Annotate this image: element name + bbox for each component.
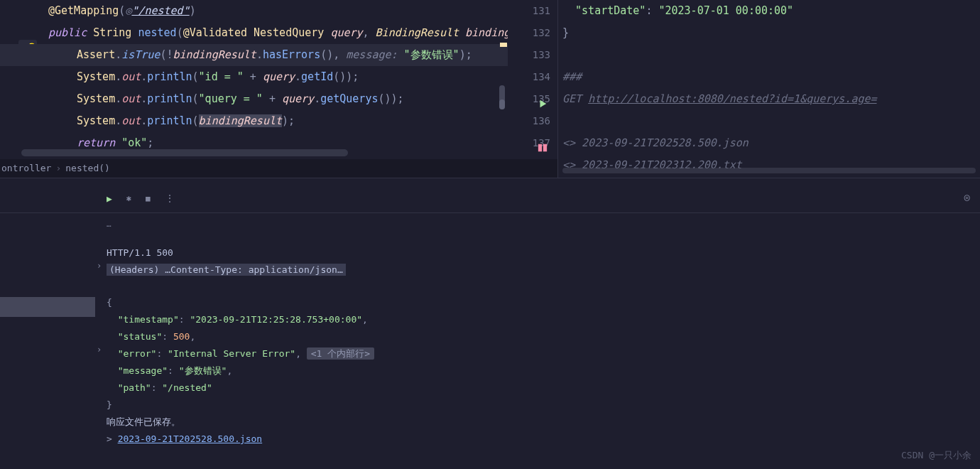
run-toolbar: ▶ ✱ ■ ⋮ bbox=[107, 193, 175, 204]
breadcrumb-item[interactable]: ontroller bbox=[1, 163, 51, 173]
line-number: 133 bbox=[508, 44, 550, 66]
code-area[interactable]: @GetMapping(◎"/nested") public String ne… bbox=[0, 0, 508, 159]
code-line: public String nested(@Validated NestedQu… bbox=[0, 22, 508, 44]
run-panel-header: ▶ ✱ ■ ⋮ ◎ bbox=[0, 178, 980, 213]
http-editor[interactable]: "startDate": "2023-07-01 00:00:00" } ###… bbox=[557, 0, 980, 178]
services-panel: … HTTP/1.1 500 › (Headers) …Content-Type… bbox=[0, 213, 980, 469]
run-icon[interactable]: ▶ bbox=[107, 193, 112, 204]
http-line: } bbox=[558, 22, 980, 44]
debug-icon[interactable]: ✱ bbox=[126, 193, 131, 203]
http-response[interactable]: … HTTP/1.1 500 › (Headers) …Content-Type… bbox=[95, 213, 980, 469]
headers-line: (Headers) …Content-Type: application/jso… bbox=[107, 262, 980, 279]
code-line: @GetMapping(◎"/nested") bbox=[0, 0, 508, 22]
selected-row[interactable] bbox=[0, 297, 95, 317]
stop-icon[interactable]: ■ bbox=[146, 194, 151, 203]
truncation: … bbox=[107, 216, 980, 233]
line-number: 136 bbox=[508, 110, 550, 132]
http-scrollbar-h[interactable] bbox=[562, 168, 976, 173]
json-open: { bbox=[107, 294, 980, 311]
json-close: } bbox=[107, 397, 980, 414]
json-line: "message": "参数错误", bbox=[107, 362, 980, 379]
editor-scrollbar-thumb[interactable] bbox=[499, 99, 505, 109]
http-line: GET http://localhost:8080/nested?id=1&qu… bbox=[558, 88, 980, 110]
breadcrumb[interactable]: ontroller›nested() bbox=[0, 159, 557, 178]
http-line bbox=[558, 44, 980, 66]
code-line-active: Assert.isTrue(!bindingResult.hasErrors()… bbox=[0, 44, 508, 66]
target-icon[interactable]: ◎ bbox=[964, 191, 970, 203]
code-line: System.out.println(bindingResult); bbox=[0, 110, 508, 132]
spacer bbox=[107, 279, 980, 294]
line-number: 137 bbox=[508, 132, 550, 154]
http-line bbox=[558, 110, 980, 132]
line-number: 132 bbox=[508, 22, 550, 44]
java-editor[interactable]: 💡 @GetMapping(◎"/nested") public String … bbox=[0, 0, 557, 178]
marker-warning[interactable] bbox=[500, 43, 507, 47]
http-line: <> 2023-09-21T202528.500.json bbox=[558, 132, 980, 154]
svg-rect-1 bbox=[543, 144, 547, 152]
line-number: 134 bbox=[508, 66, 550, 88]
json-line: "timestamp": "2023-09-21T12:25:28.753+00… bbox=[107, 311, 980, 328]
saved-msg: 响应文件已保存。 bbox=[107, 414, 980, 431]
line-number: 131 bbox=[508, 0, 550, 22]
code-line: System.out.println("query = " + query.ge… bbox=[0, 88, 508, 110]
line-number: 135 bbox=[508, 88, 550, 110]
spacer bbox=[107, 233, 980, 244]
response-file-link[interactable]: 2023-09-21T202528.500.json bbox=[118, 433, 263, 444]
status-line: HTTP/1.1 500 bbox=[107, 244, 980, 262]
svg-rect-0 bbox=[538, 144, 542, 152]
breadcrumb-item[interactable]: nested() bbox=[65, 163, 110, 173]
fold-icon[interactable]: › bbox=[97, 345, 102, 355]
services-tree[interactable] bbox=[0, 213, 95, 469]
json-line: "status": 500, bbox=[107, 328, 980, 345]
http-line: ### bbox=[558, 66, 980, 88]
http-line: "startDate": "2023-07-01 00:00:00" bbox=[558, 0, 980, 22]
json-line: "error": "Internal Server Error", <1 个内部… bbox=[107, 345, 980, 362]
chevron-right-icon: › bbox=[51, 163, 65, 173]
editor-scrollbar-h[interactable] bbox=[21, 149, 348, 156]
json-line: "path": "/nested" bbox=[107, 379, 980, 397]
more-icon[interactable]: ⋮ bbox=[165, 193, 175, 204]
fold-icon[interactable]: › bbox=[97, 261, 102, 271]
inline-chip[interactable]: <1 个内部行> bbox=[307, 347, 374, 360]
right-editor-gutter: 131 132 133 134 135 136 137 138 bbox=[508, 0, 557, 176]
watermark: CSDN @一只小余 bbox=[901, 449, 971, 462]
file-link-line: > 2023-09-21T202528.500.json bbox=[107, 431, 980, 448]
code-line: System.out.println("id = " + query.getId… bbox=[0, 66, 508, 88]
